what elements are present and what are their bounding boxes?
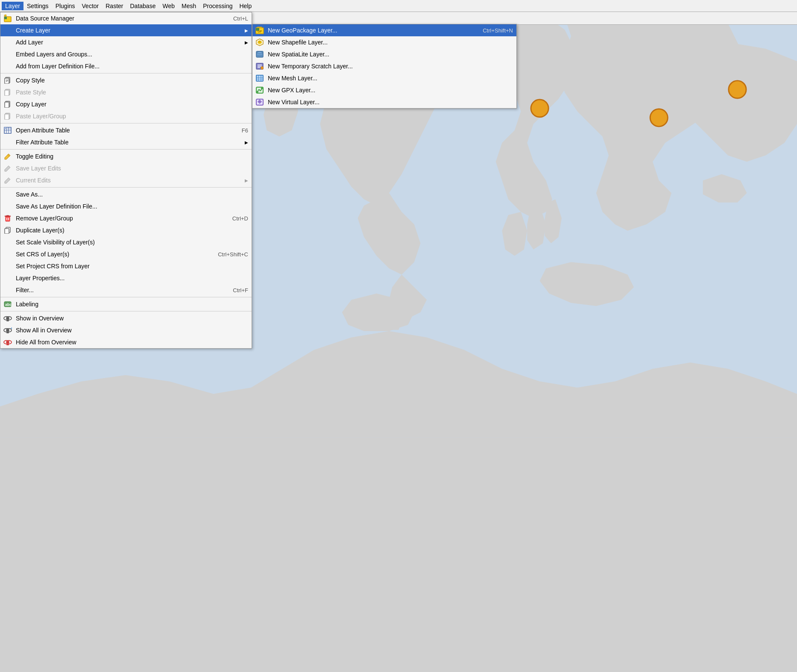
show-all-overview-label: Show All in Overview — [16, 327, 72, 334]
menu-help[interactable]: Help — [236, 2, 255, 10]
svg-rect-31 — [6, 217, 10, 221]
menu-item-save-as[interactable]: Save As... — [0, 188, 252, 200]
svg-rect-21 — [5, 102, 9, 108]
submenu-item-new-spatialite[interactable]: New SpatiaLite Layer... — [252, 48, 516, 60]
menu-item-toggle-editing[interactable]: Toggle Editing — [0, 150, 252, 162]
submenu-item-new-geopackage[interactable]: GP New GeoPackage Layer... Ctrl+Shift+N — [252, 24, 516, 36]
submenu-item-new-gpx[interactable]: New GPX Layer... — [252, 84, 516, 96]
new-shapefile-label: New Shapefile Layer... — [268, 39, 328, 46]
menu-item-set-project-crs[interactable]: Set Project CRS from Layer — [0, 260, 252, 272]
data-source-label: Data Source Manager — [16, 15, 74, 22]
toggle-editing-icon — [3, 152, 12, 161]
save-layer-edits-label: Save Layer Edits — [16, 165, 61, 172]
menu-item-set-crs[interactable]: Set CRS of Layer(s) Ctrl+Shift+C — [0, 248, 252, 260]
save-layer-edits-icon — [3, 164, 12, 173]
menu-item-current-edits: Current Edits ▶ — [0, 174, 252, 186]
svg-rect-49 — [6, 332, 9, 333]
toggle-editing-label: Toggle Editing — [16, 153, 53, 160]
separator-5 — [0, 297, 252, 297]
save-as-definition-label: Save As Layer Definition File... — [16, 203, 97, 210]
svg-point-47 — [7, 329, 9, 331]
labeling-label: Labeling — [16, 301, 38, 308]
set-scale-visibility-label: Set Scale Visibility of Layer(s) — [16, 239, 95, 246]
menu-raster[interactable]: Raster — [102, 2, 126, 10]
copy-layer-icon — [3, 100, 12, 109]
menu-item-show-all-overview[interactable]: + Show All in Overview — [0, 324, 252, 336]
menu-layer[interactable]: Layer — [2, 2, 23, 10]
hide-all-overview-label: Hide All from Overview — [16, 339, 76, 346]
menu-settings[interactable]: Settings — [23, 2, 52, 10]
filter-shortcut: Ctrl+F — [233, 287, 248, 293]
svg-point-7 — [531, 100, 548, 117]
svg-rect-19 — [5, 90, 9, 96]
menu-item-labeling[interactable]: abc Labeling — [0, 298, 252, 310]
duplicate-layer-icon — [3, 226, 12, 235]
create-layer-submenu: GP New GeoPackage Layer... Ctrl+Shift+N … — [252, 24, 517, 109]
new-gpx-label: New GPX Layer... — [268, 87, 315, 94]
filter-attribute-arrow: ▶ — [245, 140, 248, 145]
menu-item-open-attribute-table[interactable]: Open Attribute Table F6 — [0, 124, 252, 136]
menu-item-set-scale-visibility[interactable]: Set Scale Visibility of Layer(s) — [0, 236, 252, 248]
filter-label: Filter... — [16, 287, 34, 293]
paste-layer-icon — [3, 112, 12, 121]
filter-attribute-table-label: Filter Attribute Table — [16, 139, 68, 146]
menu-mesh[interactable]: Mesh — [178, 2, 199, 10]
mesh-icon — [255, 73, 264, 83]
hide-all-overview-icon — [3, 337, 12, 347]
menu-processing[interactable]: Processing — [199, 2, 236, 10]
menu-item-hide-all-overview[interactable]: Hide All from Overview — [0, 336, 252, 348]
menu-item-show-in-overview[interactable]: Show in Overview — [0, 312, 252, 324]
menu-item-layer-properties[interactable]: Layer Properties... — [0, 272, 252, 284]
menu-item-paste-style: Paste Style — [0, 86, 252, 98]
submenu-item-new-mesh[interactable]: New Mesh Layer... — [252, 72, 516, 84]
menu-item-filter[interactable]: Filter... Ctrl+F — [0, 284, 252, 296]
menu-item-data-source-manager[interactable]: Data Source Manager Ctrl+L — [0, 12, 252, 24]
menu-item-paste-layer-group: Paste Layer/Group — [0, 110, 252, 122]
new-mesh-label: New Mesh Layer... — [268, 75, 317, 82]
new-geopackage-shortcut: Ctrl+Shift+N — [483, 27, 513, 34]
svg-point-75 — [261, 88, 263, 89]
layer-menu: Data Source Manager Ctrl+L Create Layer … — [0, 12, 252, 349]
svg-point-9 — [729, 81, 746, 98]
new-virtual-label: New Virtual Layer... — [268, 99, 319, 106]
menu-item-copy-style[interactable]: Copy Style — [0, 74, 252, 86]
separator-3 — [0, 149, 252, 150]
menu-item-duplicate-layer[interactable]: Duplicate Layer(s) — [0, 224, 252, 236]
submenu-item-new-scratch[interactable]: New Temporary Scratch Layer... — [252, 60, 516, 72]
open-attribute-table-label: Open Attribute Table — [16, 127, 70, 134]
svg-rect-29 — [4, 127, 6, 129]
menu-web[interactable]: Web — [159, 2, 178, 10]
show-all-overview-icon: + — [3, 326, 12, 335]
menu-database[interactable]: Database — [126, 2, 159, 10]
scratch-icon — [255, 62, 264, 71]
menu-item-filter-attribute-table[interactable]: Filter Attribute Table ▶ — [0, 136, 252, 148]
menu-item-copy-layer[interactable]: Copy Layer — [0, 98, 252, 110]
svg-point-74 — [257, 91, 258, 93]
new-geopackage-label: New GeoPackage Layer... — [268, 27, 337, 34]
add-from-definition-label: Add from Layer Definition File... — [16, 63, 100, 70]
data-source-shortcut: Ctrl+L — [233, 15, 248, 22]
menubar: Layer Settings Plugins Vector Raster Dat… — [0, 0, 797, 12]
set-crs-shortcut: Ctrl+Shift+C — [218, 251, 248, 258]
menu-plugins[interactable]: Plugins — [52, 2, 79, 10]
svg-point-42 — [7, 317, 9, 319]
submenu-item-new-virtual[interactable]: New Virtual Layer... — [252, 96, 516, 108]
menu-item-embed-layers[interactable]: Embed Layers and Groups... — [0, 48, 252, 60]
menu-vector[interactable]: Vector — [79, 2, 103, 10]
menu-item-create-layer[interactable]: Create Layer ▶ — [0, 24, 252, 36]
embed-layers-label: Embed Layers and Groups... — [16, 51, 92, 58]
svg-rect-37 — [5, 229, 9, 234]
remove-layer-icon — [3, 214, 12, 223]
current-edits-label: Current Edits — [16, 177, 51, 184]
menu-item-add-from-definition[interactable]: Add from Layer Definition File... — [0, 60, 252, 72]
copy-style-label: Copy Style — [16, 77, 45, 84]
labeling-icon: abc — [3, 299, 12, 309]
menu-item-remove-layer[interactable]: Remove Layer/Group Ctrl+D — [0, 212, 252, 224]
show-in-overview-label: Show in Overview — [16, 315, 64, 322]
paste-layer-group-label: Paste Layer/Group — [16, 113, 66, 120]
submenu-item-new-shapefile[interactable]: New Shapefile Layer... — [252, 36, 516, 48]
menu-item-add-layer[interactable]: Add Layer ▶ — [0, 36, 252, 48]
svg-rect-44 — [6, 320, 9, 321]
menu-item-save-as-definition[interactable]: Save As Layer Definition File... — [0, 200, 252, 212]
gpx-icon — [255, 85, 264, 95]
